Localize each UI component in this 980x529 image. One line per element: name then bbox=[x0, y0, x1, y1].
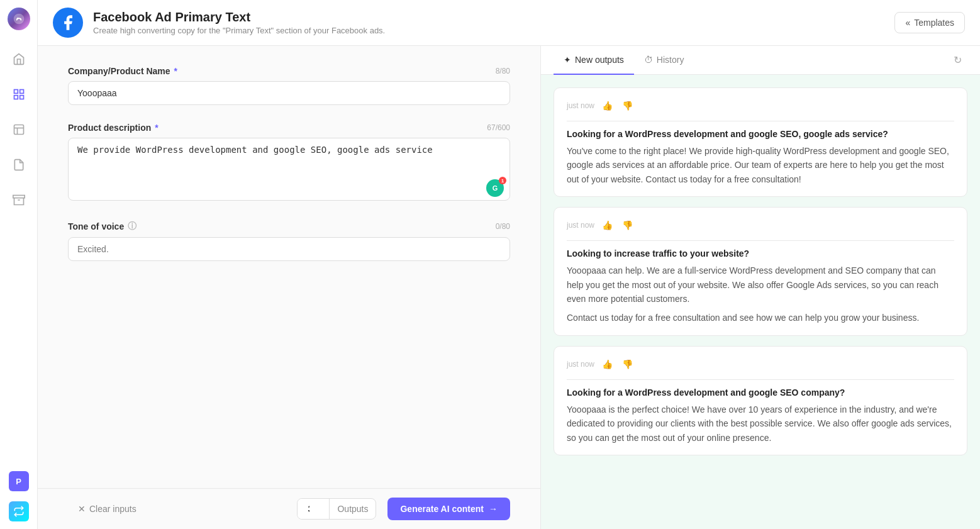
secondary-avatar[interactable] bbox=[9, 501, 29, 521]
tone-label-row: Tone of voice ⓘ 0/80 bbox=[68, 221, 510, 232]
generate-label: Generate AI content bbox=[400, 504, 484, 514]
refresh-icon: ↻ bbox=[954, 54, 962, 66]
sidebar-item-archive[interactable] bbox=[8, 189, 30, 211]
company-required: * bbox=[174, 66, 177, 76]
tone-char-count: 0/80 bbox=[496, 222, 510, 231]
svg-rect-3 bbox=[19, 90, 23, 94]
tone-input[interactable] bbox=[68, 237, 510, 261]
tab-history-label: History bbox=[657, 55, 684, 65]
product-char-count: 67/600 bbox=[487, 123, 510, 132]
sidebar-item-templates[interactable] bbox=[8, 83, 30, 106]
outputs-count-input[interactable] bbox=[298, 499, 329, 519]
thumbs-up-button[interactable]: 👍 bbox=[599, 218, 615, 233]
content-area: Company/Product Name * 8/80 Product desc… bbox=[38, 46, 980, 529]
thumbs-down-button[interactable]: 👎 bbox=[620, 218, 635, 233]
tab-new-outputs[interactable]: ✦ New outputs bbox=[554, 46, 634, 75]
user-avatar[interactable]: P bbox=[9, 471, 29, 491]
thumbs-up-button[interactable]: 👍 bbox=[599, 98, 615, 113]
refresh-button[interactable]: ↻ bbox=[947, 50, 967, 70]
sidebar-item-home[interactable] bbox=[8, 48, 30, 70]
output-paragraph: Yooopaaa can help. We are a full-service… bbox=[567, 264, 954, 306]
form-area: Company/Product Name * 8/80 Product desc… bbox=[38, 46, 540, 488]
arrow-icon: → bbox=[489, 504, 498, 514]
svg-rect-2 bbox=[14, 90, 18, 94]
output-item: just now 👍 👎 Looking to increase traffic… bbox=[554, 207, 967, 336]
outputs-label: Outputs bbox=[329, 499, 376, 519]
company-label: Company/Product Name bbox=[68, 66, 170, 76]
output-paragraph: Yooopaaa is the perfect choice! We have … bbox=[567, 403, 954, 445]
outputs-list: just now 👍 👎 Looking for a WordPress dev… bbox=[541, 75, 980, 529]
templates-button[interactable]: « Templates bbox=[894, 12, 965, 33]
page-subtitle: Create high converting copy for the "Pri… bbox=[93, 26, 385, 35]
sidebar-item-file[interactable] bbox=[8, 153, 30, 176]
outputs-control: Outputs bbox=[297, 498, 376, 520]
output-heading: Looking to increase traffic to your webs… bbox=[567, 248, 954, 259]
svg-rect-6 bbox=[14, 125, 23, 135]
output-time: just now bbox=[567, 360, 594, 369]
thumbs-down-button[interactable]: 👎 bbox=[620, 98, 635, 113]
output-heading: Looking for a WordPress development and … bbox=[567, 387, 954, 398]
grammarly-icon: G 1 bbox=[486, 179, 504, 197]
clear-inputs-label: Clear inputs bbox=[89, 504, 136, 514]
company-label-row: Company/Product Name * 8/80 bbox=[68, 66, 510, 76]
facebook-icon bbox=[53, 8, 83, 38]
product-field-group: Product description * 67/600 We provide … bbox=[68, 123, 510, 203]
info-icon[interactable]: ⓘ bbox=[128, 221, 136, 232]
output-text: Yooopaaa can help. We are a full-service… bbox=[567, 264, 954, 325]
output-tabs: ✦ New outputs ⏱ History ↻ bbox=[541, 46, 980, 75]
tab-history[interactable]: ⏱ History bbox=[634, 46, 694, 75]
page-title: Facebook Ad Primary Text bbox=[93, 10, 385, 25]
thumbs-down-button[interactable]: 👎 bbox=[620, 357, 635, 372]
output-heading: Looking for a WordPress development and … bbox=[567, 129, 954, 139]
svg-rect-4 bbox=[19, 96, 23, 99]
input-panel: Company/Product Name * 8/80 Product desc… bbox=[38, 46, 541, 529]
tab-new-outputs-label: New outputs bbox=[575, 55, 624, 65]
clear-inputs-button[interactable]: ✕ Clear inputs bbox=[68, 499, 147, 519]
tone-label: Tone of voice bbox=[68, 221, 124, 231]
divider bbox=[567, 379, 954, 380]
thumbs-up-button[interactable]: 👍 bbox=[599, 357, 615, 372]
bottom-bar: ✕ Clear inputs Outputs Generate AI conte… bbox=[38, 488, 540, 529]
product-required: * bbox=[155, 123, 158, 133]
output-paragraph: Contact us today for a free consultation… bbox=[567, 311, 954, 325]
output-item: just now 👍 👎 Looking for a WordPress dev… bbox=[554, 87, 967, 197]
company-char-count: 8/80 bbox=[496, 67, 510, 75]
output-meta: just now 👍 👎 bbox=[567, 357, 954, 372]
main-content: Facebook Ad Primary Text Create high con… bbox=[38, 0, 980, 529]
output-paragraph: You've come to the right place! We provi… bbox=[567, 144, 954, 186]
output-text: Yooopaaa is the perfect choice! We have … bbox=[567, 403, 954, 445]
product-label-row: Product description * 67/600 bbox=[68, 123, 510, 133]
company-field-group: Company/Product Name * 8/80 bbox=[68, 66, 510, 105]
header: Facebook Ad Primary Text Create high con… bbox=[38, 0, 980, 46]
divider bbox=[567, 121, 954, 121]
product-label: Product description bbox=[68, 123, 151, 133]
x-icon: ✕ bbox=[78, 504, 86, 514]
company-input[interactable] bbox=[68, 81, 510, 105]
output-text: You've come to the right place! We provi… bbox=[567, 144, 954, 186]
output-time: just now bbox=[567, 101, 594, 110]
output-panel: ✦ New outputs ⏱ History ↻ just now 👍 bbox=[541, 46, 980, 529]
generate-button[interactable]: Generate AI content → bbox=[387, 498, 510, 520]
chevron-left-icon: « bbox=[905, 18, 910, 28]
svg-point-1 bbox=[17, 18, 18, 19]
tone-field-group: Tone of voice ⓘ 0/80 bbox=[68, 221, 510, 261]
app-logo[interactable] bbox=[8, 8, 30, 30]
header-left: Facebook Ad Primary Text Create high con… bbox=[53, 8, 385, 38]
divider bbox=[567, 240, 954, 241]
product-textarea[interactable]: We provide WordPress development and goo… bbox=[68, 138, 510, 201]
output-meta: just now 👍 👎 bbox=[567, 98, 954, 113]
product-textarea-wrapper: We provide WordPress development and goo… bbox=[68, 138, 510, 203]
sidebar: P bbox=[0, 0, 38, 529]
svg-rect-9 bbox=[13, 196, 24, 198]
output-meta: just now 👍 👎 bbox=[567, 218, 954, 233]
clock-icon: ⏱ bbox=[644, 55, 653, 65]
header-text: Facebook Ad Primary Text Create high con… bbox=[93, 10, 385, 35]
grammarly-badge: 1 bbox=[499, 177, 506, 184]
svg-rect-5 bbox=[14, 96, 18, 99]
sparkle-icon: ✦ bbox=[564, 55, 571, 65]
sidebar-item-layout[interactable] bbox=[8, 118, 30, 141]
output-item: just now 👍 👎 Looking for a WordPress dev… bbox=[554, 346, 967, 455]
templates-label: Templates bbox=[914, 18, 954, 28]
output-time: just now bbox=[567, 221, 594, 230]
